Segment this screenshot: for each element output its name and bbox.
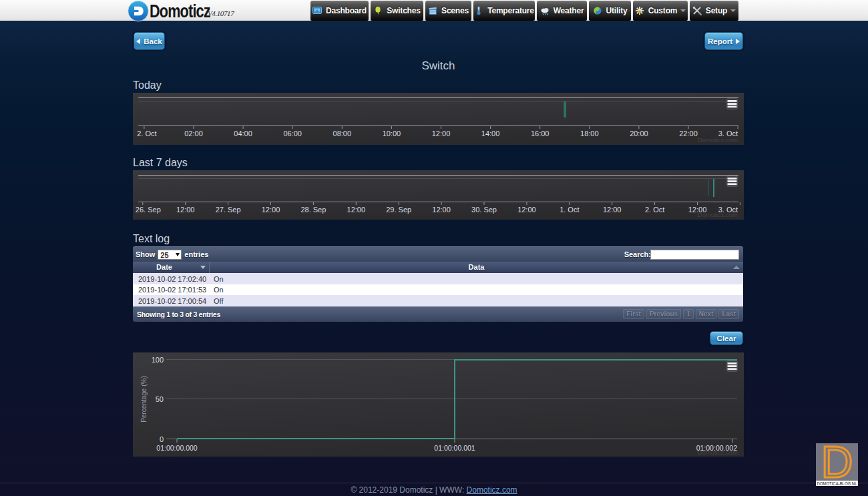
svg-text:12:00: 12:00 [517, 206, 536, 214]
svg-text:27. Sep: 27. Sep [216, 206, 241, 214]
svg-text:29. Sep: 29. Sep [386, 206, 411, 214]
svg-text:28. Sep: 28. Sep [300, 206, 326, 214]
svg-text:18:00: 18:00 [580, 130, 599, 138]
svg-text:10:00: 10:00 [383, 130, 401, 138]
svg-text:50: 50 [156, 395, 164, 403]
svg-text:Percentage (%): Percentage (%) [140, 376, 148, 422]
svg-text:12:00: 12:00 [347, 206, 366, 214]
svg-text:08:00: 08:00 [333, 130, 352, 138]
svg-text:12:00: 12:00 [176, 206, 195, 214]
svg-text:12:00: 12:00 [603, 206, 622, 214]
svg-text:22:00: 22:00 [679, 130, 698, 138]
svg-text:14:00: 14:00 [481, 130, 500, 138]
svg-text:12:00: 12:00 [432, 130, 451, 138]
svg-text:16:00: 16:00 [531, 130, 550, 138]
svg-text:12:00: 12:00 [262, 206, 280, 214]
svg-text:2. Oct: 2. Oct [137, 130, 156, 138]
svg-text:26. Sep: 26. Sep [136, 206, 161, 214]
svg-text:20:00: 20:00 [630, 130, 648, 138]
svg-text:Domoticz.com: Domoticz.com [698, 136, 738, 144]
svg-text:04:00: 04:00 [234, 130, 252, 138]
svg-text:06:00: 06:00 [283, 130, 302, 138]
svg-text:12:00: 12:00 [432, 206, 451, 214]
svg-text:2. Oct: 2. Oct [645, 206, 664, 214]
svg-text:02:00: 02:00 [184, 130, 203, 138]
svg-text:1. Oct: 1. Oct [560, 206, 579, 214]
svg-text:100: 100 [152, 356, 164, 364]
svg-text:Domoticz.com: Domoticz.com [698, 211, 738, 218]
svg-text:30. Sep: 30. Sep [471, 206, 497, 214]
svg-text:01:00:00.000: 01:00:00.000 [156, 444, 197, 452]
svg-text:Domoticz.com: Domoticz.com [698, 449, 738, 456]
svg-text:0: 0 [160, 435, 164, 443]
svg-text:01:00:00.001: 01:00:00.001 [434, 444, 475, 452]
